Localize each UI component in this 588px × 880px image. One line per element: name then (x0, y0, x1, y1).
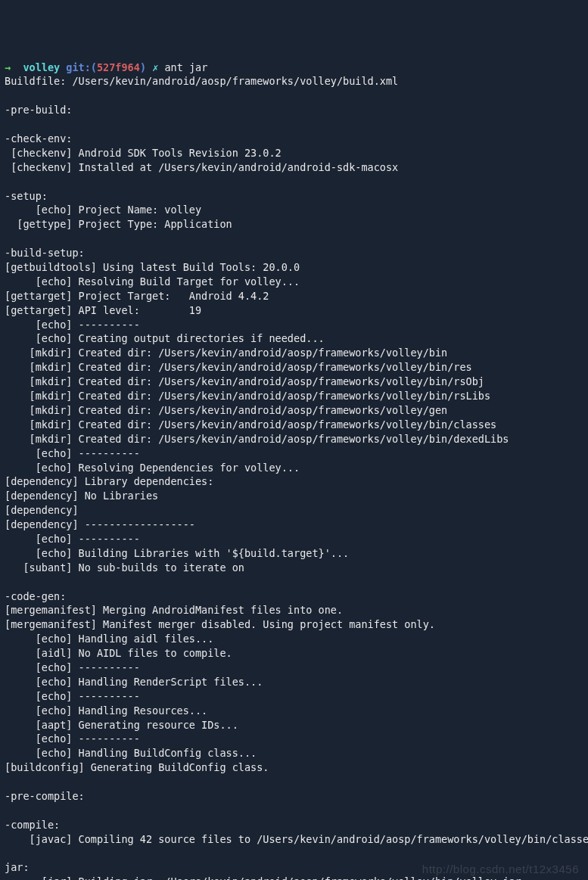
prompt-line: → volley git:(527f964) ✗ ant jar (5, 61, 207, 73)
output-line: [echo] ---------- (5, 732, 140, 745)
output-line: Buildfile: /Users/kevin/android/aosp/fra… (5, 75, 398, 87)
output-line: [checkenv] Installed at /Users/kevin/and… (5, 161, 398, 173)
output-line: -pre-compile: (5, 790, 85, 802)
output-line: [checkenv] Android SDK Tools Revision 23… (5, 147, 282, 159)
watermark-text: http://blog.csdn.net/t12x3456 (422, 861, 579, 877)
output-line: [echo] Creating output directories if ne… (5, 332, 325, 344)
output-line: [echo] ---------- (5, 661, 140, 673)
output-line: -build-setup: (5, 247, 85, 259)
output-line: [echo] Building Libraries with '${build.… (5, 547, 349, 559)
output-line: [echo] Resolving Build Target for volley… (5, 275, 300, 288)
output-line: -pre-build: (5, 104, 72, 116)
prompt-arrow-icon: → (5, 61, 11, 73)
prompt-dir: volley (23, 61, 60, 73)
output-line: [echo] Resolving Dependencies for volley… (5, 462, 300, 474)
git-close: ) (140, 61, 146, 73)
output-line: [gettarget] Project Target: Android 4.4.… (5, 290, 269, 302)
output-line: [mergemanifest] Manifest merger disabled… (5, 618, 435, 630)
output-line: -compile: (5, 819, 60, 831)
output-line: [echo] ---------- (5, 319, 140, 331)
output-line: -check-env: (5, 132, 72, 145)
output-line: [gettarget] API level: 19 (5, 304, 201, 316)
output-line: [aidl] No AIDL files to compile. (5, 647, 232, 659)
output-line: [mkdir] Created dir: /Users/kevin/androi… (5, 418, 496, 431)
output-line: [gettype] Project Type: Application (5, 218, 232, 230)
output-line: [dependency] No Libraries (5, 490, 158, 502)
output-line: -code-gen: (5, 590, 66, 602)
output-line: jar: (5, 861, 30, 873)
output-line: [echo] ---------- (5, 690, 140, 702)
output-line: [getbuildtools] Using latest Build Tools… (5, 261, 300, 273)
output-line: [buildconfig] Generating BuildConfig cla… (5, 761, 269, 773)
prompt-symbol-icon: ✗ (152, 61, 158, 73)
output-line: [echo] Handling aidl files... (5, 633, 213, 645)
output-line: [mkdir] Created dir: /Users/kevin/androi… (5, 375, 484, 387)
output-line: [mkdir] Created dir: /Users/kevin/androi… (5, 404, 447, 416)
output-line: [mkdir] Created dir: /Users/kevin/androi… (5, 361, 472, 373)
output-line: [mkdir] Created dir: /Users/kevin/androi… (5, 347, 447, 359)
git-label: git:( (66, 61, 97, 73)
command-text: ant jar (164, 61, 207, 73)
output-line: -setup: (5, 190, 48, 202)
output-line: [mergemanifest] Merging AndroidManifest … (5, 604, 343, 616)
output-line: [dependency] Library dependencies: (5, 475, 213, 487)
output-line: [echo] Handling Resources... (5, 704, 207, 717)
output-line: [aapt] Generating resource IDs... (5, 719, 238, 731)
git-hash: 527f964 (97, 61, 140, 73)
output-line: [echo] Project Name: volley (5, 204, 201, 216)
terminal-output[interactable]: → volley git:(527f964) ✗ ant jar Buildfi… (5, 61, 583, 880)
output-line: [subant] No sub-builds to iterate on (5, 561, 244, 574)
output-line: [javac] Compiling 42 source files to /Us… (5, 833, 588, 845)
output-line: [echo] ---------- (5, 533, 140, 545)
output-line: [echo] ---------- (5, 447, 140, 459)
output-line: [echo] Handling RenderScript files... (5, 676, 263, 688)
output-line: [mkdir] Created dir: /Users/kevin/androi… (5, 433, 509, 445)
output-line: [dependency] (5, 504, 79, 516)
output-line: [echo] Handling BuildConfig class... (5, 747, 257, 759)
output-line: [mkdir] Created dir: /Users/kevin/androi… (5, 390, 490, 402)
output-line: [dependency] ------------------ (5, 518, 195, 530)
